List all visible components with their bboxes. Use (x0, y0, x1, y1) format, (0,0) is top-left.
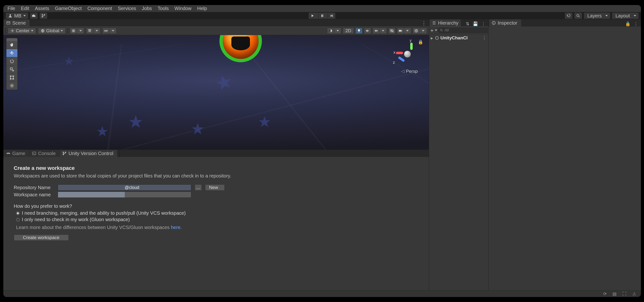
play-icon (310, 14, 314, 18)
version-control-button[interactable] (40, 13, 47, 19)
gizmos-toggle[interactable] (413, 28, 420, 34)
step-button[interactable] (328, 13, 335, 19)
layout-dropdown[interactable]: Layout (612, 13, 638, 19)
menu-assets[interactable]: Assets (32, 6, 52, 11)
gizmo-z-label: z (393, 60, 395, 65)
cloud-icon (32, 14, 36, 18)
svg-rect-5 (322, 14, 323, 17)
uvc-option-vcs[interactable]: I need branching, merging, and the abili… (16, 210, 418, 216)
repo-name-input[interactable] (58, 184, 191, 190)
tab-uvc[interactable]: Unity Version Control (60, 150, 117, 157)
undo-history-button[interactable] (565, 13, 572, 19)
scene-audio[interactable] (364, 28, 371, 34)
grid-visibility-drop[interactable] (77, 28, 84, 34)
search-icon (576, 14, 580, 18)
gizmos-drop[interactable] (420, 28, 427, 34)
svg-point-25 (63, 152, 64, 153)
light-icon (357, 29, 361, 33)
rect-tool[interactable] (6, 74, 18, 82)
pause-button[interactable] (318, 13, 326, 19)
orientation-gizmo[interactable]: x y z (396, 42, 419, 66)
hand-tool[interactable] (6, 41, 18, 49)
gizmo-core[interactable] (404, 51, 411, 58)
menu-help[interactable]: Help (194, 6, 210, 11)
global-search-button[interactable] (574, 13, 582, 19)
svg-point-7 (577, 14, 579, 16)
hierarchy-save-button[interactable]: 💾 (471, 21, 480, 26)
create-workspace-button[interactable]: Create workspace (14, 234, 69, 241)
rotate-tool[interactable] (6, 57, 18, 65)
hierarchy-search-input[interactable] (444, 28, 492, 32)
repo-browse-button[interactable]: ... (195, 184, 202, 190)
menu-window[interactable]: Window (172, 6, 194, 11)
draw-mode-drop[interactable] (334, 28, 341, 34)
uvc-option-gluon-label: I only need to check in my work (Gluon w… (22, 217, 130, 222)
scene-visibility[interactable] (388, 28, 396, 34)
grid-visibility[interactable] (70, 28, 77, 34)
svg-point-26 (63, 154, 64, 155)
hierarchy-create-button[interactable]: ＋ (430, 28, 436, 33)
uvc-option-gluon[interactable]: I only need to check in my work (Gluon w… (16, 217, 418, 222)
status-icon-1[interactable]: ⟳ (603, 291, 607, 296)
tab-inspector[interactable]: Inspector (489, 19, 521, 26)
draw-mode[interactable] (327, 28, 334, 34)
menu-services[interactable]: Services (115, 6, 139, 11)
hierarchy-root-label: UnityChanCl (440, 35, 468, 40)
bottom-tab-menu[interactable]: ⋮ (118, 152, 122, 157)
hierarchy-row-menu[interactable]: ⋮ (482, 35, 487, 41)
repo-new-button[interactable]: New (205, 184, 225, 190)
snap-drop[interactable] (93, 28, 100, 34)
tab-hierarchy[interactable]: Hierarchy (430, 19, 461, 26)
inspector-menu-button[interactable]: ⋮ (632, 21, 640, 26)
scene-fx-drop[interactable] (380, 28, 387, 34)
status-icon-3[interactable]: ⛶ (622, 291, 626, 296)
play-button[interactable] (309, 13, 316, 19)
tab-game[interactable]: Game (4, 150, 29, 157)
increment-snap-drop[interactable] (110, 28, 117, 34)
gizmo-y-axis[interactable] (410, 43, 413, 50)
expand-arrow-icon[interactable]: ▸ (430, 35, 434, 41)
status-bar: ⟳ ▤ ⛶ ⚠ (3, 290, 641, 297)
menu-jobs[interactable]: Jobs (139, 6, 155, 11)
menu-edit[interactable]: Edit (18, 6, 32, 11)
hierarchy-sort-button[interactable]: ⇅ (464, 21, 471, 26)
menu-component[interactable]: Component (85, 6, 115, 11)
layers-dropdown[interactable]: Layers (584, 13, 610, 19)
move-tool[interactable] (6, 49, 18, 57)
scene-camera-drop[interactable] (404, 28, 411, 34)
increment-snap[interactable] (102, 28, 110, 34)
scene-tab-menu[interactable]: ⋮ (419, 20, 429, 26)
status-icon-4[interactable]: ⚠ (632, 291, 636, 296)
status-icon-2[interactable]: ▤ (612, 291, 616, 296)
pivot-toggle[interactable]: Center (8, 28, 36, 34)
projection-toggle[interactable]: ◁Persp (401, 68, 418, 74)
menu-gameobject[interactable]: GameObject (52, 6, 84, 11)
tab-console[interactable]: Console (30, 150, 60, 157)
chevron-down-icon (23, 15, 26, 16)
inspector-lock-button[interactable]: 🔒 (624, 21, 632, 26)
menu-file[interactable]: File (5, 6, 18, 11)
menu-tools[interactable]: Tools (155, 6, 172, 11)
uvc-info-link[interactable]: here (171, 225, 180, 230)
space-toggle[interactable]: Global (38, 28, 66, 34)
hierarchy-root-row[interactable]: ▸ UnityChanCl ⋮ (430, 35, 487, 41)
scene-lighting[interactable] (356, 28, 362, 34)
scene-camera[interactable] (397, 28, 404, 34)
scene-viewport[interactable]: 🔒 x y z ◁Persp (3, 35, 429, 150)
gizmo-x-axis[interactable] (396, 52, 403, 54)
hierarchy-menu-button[interactable]: ⋮ (480, 21, 487, 26)
transform-tool[interactable] (6, 82, 18, 90)
scene-tool-column (6, 38, 18, 90)
account-dropdown[interactable]: MB (6, 13, 28, 19)
toggle-2d[interactable]: 2D (343, 28, 354, 34)
hierarchy-tree[interactable]: ▸ UnityChanCl ⋮ (429, 34, 488, 290)
left-column: Scene ⋮ Center Global (3, 19, 429, 290)
snap-toggle[interactable] (86, 28, 93, 34)
cloud-button[interactable] (30, 13, 38, 19)
tool-column-handle[interactable] (6, 38, 18, 41)
workspace-name-input[interactable] (58, 192, 191, 198)
scale-tool[interactable] (6, 65, 18, 74)
gizmo-z-axis[interactable] (398, 56, 405, 62)
scene-fx[interactable] (372, 28, 380, 34)
tab-scene[interactable]: Scene (4, 19, 30, 26)
